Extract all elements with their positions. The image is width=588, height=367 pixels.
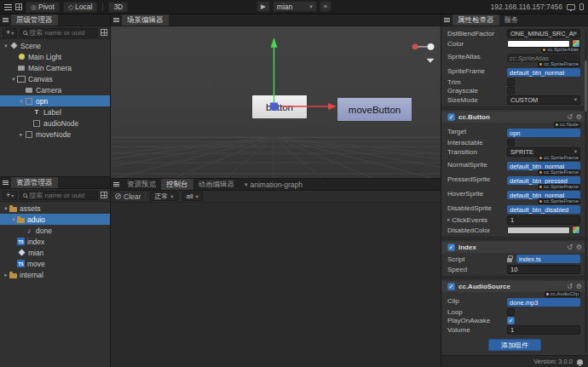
log-source-select[interactable]: all ▾ <box>182 192 203 201</box>
scrollbar-thumb[interactable] <box>585 60 587 112</box>
monitor-icon[interactable] <box>567 4 575 10</box>
add-component-button[interactable]: 添加组件 <box>488 339 541 351</box>
select-dstblendfactor[interactable]: ONE_MINUS_SRC_ALPHA▾ <box>507 29 580 38</box>
expander-icon[interactable]: ▾ <box>10 216 17 223</box>
assets-search-input[interactable] <box>29 192 95 199</box>
script-field[interactable]: index.ts <box>516 255 580 263</box>
scene-node-button[interactable]: button <box>252 95 307 118</box>
tab-[interactable]: 服务 <box>499 14 524 26</box>
input-volume[interactable]: 1 <box>507 325 580 335</box>
asset-item-done[interactable]: ♪done <box>0 225 110 236</box>
inspector-scrollbar[interactable] <box>585 28 587 353</box>
reset-icon[interactable]: ↺ <box>567 113 573 121</box>
asset-item-index[interactable]: TSindex <box>0 236 110 247</box>
panel-menu-icon[interactable] <box>441 14 453 26</box>
gear-icon[interactable]: ⚙ <box>576 283 582 290</box>
tab-[interactable]: 控制台 <box>161 179 193 190</box>
asset-field-spriteframe[interactable]: default_btn_normal <box>507 68 580 77</box>
main-menu-icon[interactable] <box>4 4 12 10</box>
checkbox-trim[interactable] <box>507 78 515 86</box>
hierarchy-item-audionode[interactable]: audioNode <box>0 118 110 129</box>
panel-menu-icon[interactable] <box>0 14 11 26</box>
asset-field-clip[interactable]: done.mp3 <box>507 298 580 307</box>
reset-icon[interactable]: ↺ <box>567 244 573 251</box>
console-output[interactable] <box>111 203 441 367</box>
asset-item-move[interactable]: TSmove <box>0 258 110 269</box>
input-clickevents[interactable]: 1 <box>507 215 580 225</box>
asset-item-aduio[interactable]: ▾aduio <box>0 214 110 225</box>
clear-console-button[interactable]: Clear <box>115 192 141 201</box>
local-button[interactable]: ◇ Local <box>63 2 97 13</box>
expander-icon[interactable]: ▾ <box>10 76 17 83</box>
tab-scene-editor[interactable]: 场景编辑器 <box>122 14 169 26</box>
create-asset-button[interactable]: +▾ <box>3 191 17 200</box>
inspector-tabs: 属性检查器服务 <box>453 14 524 26</box>
checkbox-interactable[interactable] <box>507 139 515 146</box>
expander-icon[interactable]: ▾ <box>3 43 9 49</box>
select-sizemode[interactable]: CUSTOM▾ <box>507 95 580 105</box>
item-label: Scene <box>20 42 41 50</box>
asset-field-disabledsprite[interactable]: default_btn_disabled <box>507 205 580 214</box>
layout-grid-icon[interactable] <box>15 3 22 10</box>
gear-icon[interactable]: ⚙ <box>576 113 582 121</box>
component-header-index[interactable]: ✓Index↺⚙ <box>441 242 588 253</box>
panel-menu-icon[interactable] <box>111 179 122 190</box>
expander-icon[interactable]: ▸ <box>18 131 25 138</box>
tab-[interactable]: 动画编辑器 <box>193 179 240 190</box>
asset-item-mian[interactable]: mian <box>0 247 110 258</box>
create-node-button[interactable]: +▾ <box>3 28 17 37</box>
expander-icon[interactable]: ▾ <box>3 205 9 212</box>
device-icon[interactable] <box>579 3 584 10</box>
asset-item-internal[interactable]: ▸internal <box>0 269 110 280</box>
component-enabled-checkbox[interactable]: ✓ <box>447 244 455 251</box>
hierarchy-item-camera[interactable]: Camera <box>0 84 110 95</box>
checkbox-grayscale[interactable] <box>507 87 515 95</box>
view-options-icon[interactable] <box>101 192 107 198</box>
expander-icon[interactable]: ▾ <box>18 98 25 105</box>
panel-menu-icon[interactable] <box>111 14 122 26</box>
panel-menu-icon[interactable] <box>0 177 11 188</box>
notification-bell-icon[interactable] <box>577 359 583 364</box>
3d-toggle-button[interactable]: 3D <box>108 2 128 13</box>
preview-address[interactable]: 192.168.116.157:7456 <box>491 3 562 11</box>
tab-assets[interactable]: 资源管理器 <box>11 177 58 188</box>
pivot-button[interactable]: ◎ Pivot <box>26 2 60 13</box>
chevron-right-icon[interactable]: ▸ <box>447 216 450 223</box>
log-level-select[interactable]: 正常 ▾ <box>150 192 177 201</box>
asset-item-assets[interactable]: ▾assets <box>0 203 110 214</box>
tab-hierarchy[interactable]: 层级管理器 <box>11 14 58 26</box>
color-field-disabledcolor[interactable] <box>507 227 570 234</box>
section-divider <box>441 237 588 240</box>
hierarchy-search-input[interactable] <box>29 29 95 37</box>
play-button[interactable]: ▶ <box>257 1 270 12</box>
scene-node-movebutton[interactable]: moveButton <box>337 98 412 121</box>
assets-search[interactable] <box>20 191 98 200</box>
input-speed[interactable]: 10 <box>507 265 580 274</box>
hierarchy-item-main-light[interactable]: Main Light <box>0 51 110 62</box>
scene-viewport[interactable]: button moveButton <box>111 26 441 178</box>
tab-[interactable]: 属性检查器 <box>453 14 499 26</box>
assets-panel: 资源管理器 +▾ ▾assets▾aduio♪doneTSindexmianTS… <box>0 177 110 367</box>
asset-field-target[interactable]: opn <box>507 129 580 137</box>
hierarchy-item-main-camera[interactable]: Main Camera <box>0 62 110 73</box>
step-button[interactable]: » <box>320 1 331 12</box>
hierarchy-search[interactable] <box>20 28 98 37</box>
expander-icon[interactable]: ▸ <box>3 272 9 278</box>
component-enabled-checkbox[interactable]: ✓ <box>447 113 455 121</box>
hierarchy-item-opn[interactable]: ▾opn <box>0 95 110 106</box>
color-picker-icon[interactable] <box>572 226 580 234</box>
tab-[interactable]: 资源预览 <box>122 179 161 190</box>
hierarchy-item-canvas[interactable]: ▾Canvas <box>0 73 110 84</box>
hierarchy-item-label[interactable]: TLabel <box>0 106 110 118</box>
scene-select[interactable]: mian ▾ <box>273 1 317 12</box>
gear-icon[interactable]: ⚙ <box>576 244 582 251</box>
asset-type-icon <box>539 186 542 188</box>
hierarchy-item-movenode[interactable]: ▸moveNode <box>0 129 110 140</box>
hierarchy-item-scene[interactable]: ▾Scene <box>0 40 110 51</box>
checkbox-playonawake[interactable]: ✓ <box>507 317 515 324</box>
view-options-icon[interactable] <box>101 29 107 36</box>
checkbox-loop[interactable] <box>507 308 515 316</box>
tab-animation-graph[interactable]: ▾animation-graph <box>239 179 308 190</box>
component-enabled-checkbox[interactable]: ✓ <box>447 283 455 290</box>
reset-icon[interactable]: ↺ <box>567 283 573 290</box>
